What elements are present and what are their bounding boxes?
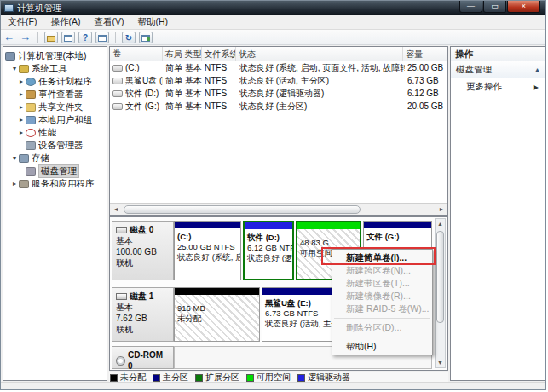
disk-console-icon[interactable] (139, 32, 153, 43)
console-tree: 计算机管理(本地) ▾ 系统工具 ▸ 任务计划程序 ▸ 事件查看器 ▸ 共享文件… (3, 46, 107, 381)
partition-d[interactable]: 软件 (D:) 6.12 GB NTFS 状态良好 (逻辑 (243, 221, 294, 280)
maximize-button[interactable]: ▭ (483, 1, 506, 13)
disk0-label[interactable]: 磁盘 0 基本 100.00 GB 联机 (112, 221, 174, 280)
show-window-icon[interactable] (61, 32, 75, 43)
shared-folders-icon (26, 103, 36, 112)
col-layout[interactable]: 布局 (163, 47, 182, 61)
cdrom-label[interactable]: CD-ROM 0 DVD (F:) (112, 346, 174, 369)
expanded-arrow-icon[interactable]: ▾ (10, 65, 19, 72)
scroll-left-icon[interactable]: ◄ (110, 206, 122, 212)
menu-item-new-raid5-volume: 新建 RAID-5 卷(W)... (332, 303, 432, 315)
computer-icon (5, 52, 15, 61)
local-users-icon (26, 116, 36, 124)
title-bar: 计算机管理 — ▭ × (1, 1, 545, 15)
collapse-section-icon[interactable]: ▲ (534, 66, 540, 72)
table-row[interactable]: (C:) 简单 基本 NTFS 状态良好 (系统, 启动, 页面文件, 活动, … (110, 61, 447, 74)
menu-help[interactable]: 帮助(H) (130, 15, 175, 29)
collapsed-arrow-icon[interactable]: ▸ (17, 129, 26, 136)
collapsed-arrow-icon[interactable]: ▸ (17, 103, 26, 111)
highlight-red-box (321, 247, 436, 265)
storage-icon (19, 154, 29, 163)
volume-icon (112, 103, 123, 110)
volume-list-header: 卷 布局 类型 文件系统 状态 容量 (110, 47, 447, 61)
scrollbar-thumb[interactable] (436, 231, 444, 323)
properties-window-icon[interactable] (95, 32, 109, 43)
status-bar (1, 382, 545, 389)
collapsed-arrow-icon[interactable]: ▸ (10, 180, 19, 187)
partition-color-bar (175, 288, 259, 295)
scroll-up-icon[interactable]: ▲ (437, 221, 443, 227)
menu-item-delete-partition: 删除分区(D)... (332, 321, 432, 334)
computer-management-window: 计算机管理 — ▭ × 文件(F) 操作(A) 查看(V) 帮助(H) ← → … (0, 0, 546, 390)
tree-item-local-users[interactable]: ▸ 本地用户和组 (3, 113, 107, 126)
table-row[interactable]: 软件 (D:) 简单 基本 NTFS 状态良好 (逻辑驱动器) 6.12 GB (110, 87, 447, 100)
col-volume[interactable]: 卷 (110, 47, 163, 61)
table-row[interactable]: 文件 (G:) 简单 基本 NTFS 状态良好 (主分区) 20.05 GB (110, 100, 447, 112)
disk-management-icon (26, 167, 36, 176)
disk-icon (116, 293, 127, 300)
actions-title: 操作 (451, 47, 545, 61)
disk1-label[interactable]: 磁盘 1 基本 7.62 GB 联机 (112, 287, 174, 342)
back-icon[interactable]: ← (3, 32, 14, 43)
horizontal-scrollbar[interactable]: ◄ ► (110, 203, 447, 215)
col-capacity[interactable]: 容量 (403, 47, 447, 61)
table-row[interactable]: 黑鲨U盘 (E:) 简单 基本 NTFS 状态良好 (活动, 主分区) 6.73… (110, 74, 447, 87)
collapsed-arrow-icon[interactable]: ▸ (17, 90, 26, 98)
help-icon[interactable]: ? (78, 32, 92, 43)
partition-color-bar (364, 222, 431, 228)
scroll-right-icon[interactable]: ► (436, 206, 447, 212)
col-type[interactable]: 类型 (182, 47, 202, 61)
services-icon (19, 180, 29, 188)
performance-icon (26, 129, 36, 137)
system-tools-icon (19, 65, 29, 73)
window-title: 计算机管理 (17, 3, 62, 14)
menu-item-new-mirrored-volume: 新建镜像卷(R)... (332, 290, 432, 303)
app-icon (4, 4, 14, 12)
minimize-button[interactable]: — (459, 1, 482, 13)
collapsed-arrow-icon[interactable]: ▸ (17, 116, 26, 124)
refresh-icon[interactable]: ↻ (122, 32, 136, 43)
toolbar: ← → ? ↻ (1, 30, 545, 45)
volume-list: 卷 布局 类型 文件系统 状态 容量 (C:) 简单 基本 NTFS 状态良好 … (109, 46, 448, 216)
tree-item-shared-folders[interactable]: ▸ 共享文件夹 (3, 101, 107, 113)
tree-item-storage[interactable]: ▾ 存储 (3, 152, 107, 164)
tree-item-device-manager[interactable]: 设备管理器 (3, 139, 107, 152)
menu-separator (334, 318, 430, 319)
partition-c[interactable]: (C:) 25.00 GB NTFS 状态良好 (系统, 启 (174, 221, 241, 280)
scroll-down-icon[interactable]: ▼ (437, 360, 443, 366)
col-status[interactable]: 状态 (236, 47, 403, 61)
actions-section-disk-management[interactable]: 磁盘管理 ▲ (451, 61, 545, 78)
console-tree-icon[interactable] (44, 32, 58, 43)
toolbar-separator-2 (115, 32, 116, 43)
menu-file[interactable]: 文件(F) (1, 15, 43, 29)
close-button[interactable]: × (507, 1, 540, 13)
tree-item-task-scheduler[interactable]: ▸ 任务计划程序 (3, 75, 107, 88)
menu-item-help[interactable]: 帮助(H) (332, 340, 432, 353)
toolbar-separator (37, 32, 38, 43)
menu-separator (334, 337, 430, 337)
tree-item-performance[interactable]: ▸ 性能 (3, 126, 107, 139)
event-viewer-icon (26, 90, 36, 99)
tree-item-system-tools[interactable]: ▾ 系统工具 (3, 62, 107, 75)
tree-item-event-viewer[interactable]: ▸ 事件查看器 (3, 88, 107, 101)
collapsed-arrow-icon[interactable]: ▸ (17, 78, 26, 85)
menu-bar: 文件(F) 操作(A) 查看(V) 帮助(H) (1, 15, 545, 30)
menu-action[interactable]: 操作(A) (43, 15, 87, 29)
legend-swatch (246, 374, 254, 382)
tree-item-services[interactable]: ▸ 服务和应用程序 (3, 177, 107, 190)
submenu-arrow-icon[interactable]: ▶ (534, 84, 539, 91)
menu-view[interactable]: 查看(V) (87, 15, 130, 29)
more-actions[interactable]: 更多操作 ▶ (451, 78, 545, 95)
expanded-arrow-icon[interactable]: ▾ (10, 154, 19, 162)
legend-swatch (297, 374, 305, 382)
menu-item-new-striped-volume: 新建带区卷(T)... (332, 277, 432, 290)
tree-item-disk-management[interactable]: 磁盘管理 (3, 164, 107, 177)
unallocated-region[interactable]: 916 MB 未分配 (174, 287, 260, 342)
partition-color-bar (245, 222, 292, 229)
scrollbar-thumb[interactable] (124, 205, 361, 214)
col-filesystem[interactable]: 文件系统 (202, 47, 237, 61)
vertical-scrollbar[interactable]: ▲ ▼ (435, 218, 446, 368)
forward-icon[interactable]: → (20, 32, 31, 43)
disk-icon (116, 227, 127, 233)
tree-item-root[interactable]: 计算机管理(本地) (3, 49, 107, 62)
